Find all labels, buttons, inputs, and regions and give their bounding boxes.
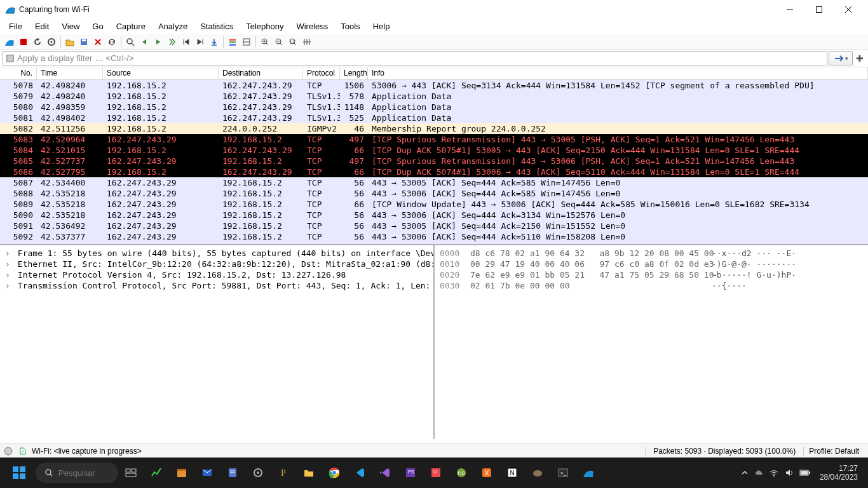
taskbar-app-visualstudio-icon[interactable] — [372, 460, 398, 485]
taskbar-app-explorer-icon[interactable] — [296, 460, 322, 485]
chevron-right-icon[interactable]: › — [5, 269, 13, 280]
system-tray[interactable]: 17:27 28/04/2023 — [741, 464, 862, 482]
taskbar-app-heidisql-icon[interactable]: HS — [449, 460, 474, 485]
packet-row[interactable]: 509342.625391162.247.243.29192.168.15.2T… — [0, 242, 868, 245]
reload-button[interactable] — [105, 35, 119, 49]
taskbar-app-xampp-icon[interactable]: X — [474, 460, 499, 485]
display-filter-input[interactable] — [3, 51, 827, 65]
menu-analyze[interactable]: Analyze — [152, 20, 194, 33]
menu-wireless[interactable]: Wireless — [290, 20, 334, 33]
packet-row[interactable]: 508942.535218162.247.243.29192.168.15.2T… — [0, 199, 868, 210]
menu-capture[interactable]: Capture — [110, 20, 152, 33]
column-header-length[interactable]: Length — [340, 67, 368, 79]
open-file-button[interactable] — [63, 35, 77, 49]
save-button[interactable] — [77, 35, 91, 49]
chevron-right-icon[interactable]: › — [5, 280, 13, 291]
restart-capture-button[interactable] — [31, 35, 44, 49]
column-header-protocol[interactable]: Protocol — [303, 67, 340, 79]
taskbar-app-terminal-icon[interactable]: >_ — [550, 460, 576, 485]
menu-help[interactable]: Help — [367, 20, 397, 33]
close-button[interactable] — [834, 0, 863, 19]
expert-info-icon[interactable] — [4, 447, 13, 456]
start-capture-button[interactable] — [3, 35, 17, 49]
maximize-button[interactable] — [804, 0, 834, 19]
tray-battery-icon[interactable] — [799, 469, 811, 477]
taskbar-app-vscode-icon[interactable] — [347, 460, 372, 485]
taskbar-app-intellij-icon[interactable]: IJ — [423, 460, 449, 485]
menu-go[interactable]: Go — [86, 20, 109, 33]
taskbar-app-p-icon[interactable]: P — [271, 460, 296, 485]
hex-row[interactable]: 0000d8 c6 78 02 a1 90 64 32 a8 9b 12 20 … — [440, 248, 863, 259]
colorize-button[interactable] — [226, 35, 240, 49]
zoom-reset-button[interactable]: 1:1 — [286, 35, 300, 49]
packet-row[interactable]: 508142.498402192.168.15.2162.247.243.29T… — [0, 112, 868, 123]
tray-clock[interactable]: 17:27 28/04/2023 — [816, 464, 862, 482]
taskbar-app-chrome-icon[interactable] — [322, 460, 347, 485]
packet-row[interactable]: 509042.535218162.247.243.29192.168.15.2T… — [0, 210, 868, 220]
resize-columns-button[interactable] — [300, 35, 314, 49]
packet-row[interactable]: 508042.498359192.168.15.2162.247.243.29T… — [0, 102, 868, 112]
column-header-no[interactable]: No. — [0, 67, 37, 79]
packet-row[interactable]: 507842.498240192.168.15.2162.247.243.29T… — [0, 80, 868, 91]
packet-row[interactable]: 509242.537377162.247.243.29192.168.15.2T… — [0, 231, 868, 242]
column-header-source[interactable]: Source — [103, 67, 219, 79]
auto-scroll-button[interactable] — [207, 35, 221, 49]
filter-add-button[interactable]: ✚ — [854, 51, 865, 65]
task-view-icon[interactable] — [118, 460, 144, 485]
taskbar-app-notion-icon[interactable]: N — [499, 460, 525, 485]
zoom-in-button[interactable] — [258, 35, 272, 49]
column-header-destination[interactable]: Destination — [219, 67, 303, 79]
packet-row[interactable]: 509142.536492162.247.243.29192.168.15.2T… — [0, 220, 868, 231]
taskbar-app-phpstorm-icon[interactable]: PS — [398, 460, 423, 485]
packet-row[interactable]: 508542.527737162.247.243.29192.168.15.2T… — [0, 156, 868, 166]
tray-onedrive-icon[interactable] — [754, 468, 764, 478]
packet-row[interactable]: 508842.535218162.247.243.29192.168.15.2T… — [0, 188, 868, 199]
menu-edit[interactable]: Edit — [29, 20, 55, 33]
stop-capture-button[interactable] — [17, 35, 31, 49]
menu-file[interactable]: File — [3, 20, 29, 33]
packet-list-pane[interactable]: No. Time Source Destination Protocol Len… — [0, 67, 868, 245]
show-packet-detail-button[interactable] — [240, 35, 254, 49]
zoom-out-button[interactable] — [272, 35, 286, 49]
taskbar-app-wireshark-icon[interactable] — [576, 460, 601, 485]
taskbar-app-settings-icon[interactable] — [245, 460, 271, 485]
packet-details-pane[interactable]: › Frame 1: 55 bytes on wire (440 bits), … — [0, 245, 435, 439]
chevron-right-icon[interactable]: › — [5, 248, 13, 259]
packet-row[interactable]: 508442.521015192.168.15.2162.247.243.29T… — [0, 145, 868, 156]
packet-row[interactable]: 508242.511256192.168.15.2224.0.0.252IGMP… — [0, 123, 868, 134]
hex-row[interactable]: 00207e 62 e9 e9 01 bb 05 21 47 a1 75 05 … — [440, 269, 863, 280]
packet-row[interactable]: 508742.534400162.247.243.29192.168.15.2T… — [0, 177, 868, 188]
taskbar-app-gimp-icon[interactable] — [525, 460, 550, 485]
go-to-packet-button[interactable] — [165, 35, 179, 49]
packet-row[interactable]: 508642.527795192.168.15.2162.247.243.29T… — [0, 166, 868, 177]
close-file-button[interactable] — [91, 35, 105, 49]
tree-item[interactable]: › Frame 1: 55 bytes on wire (440 bits), … — [5, 248, 428, 259]
tree-item[interactable]: › Internet Protocol Version 4, Src: 192.… — [5, 269, 428, 280]
tray-volume-icon[interactable] — [784, 468, 794, 478]
tree-item[interactable]: › Ethernet II, Src: IntelCor_9b:12:20 (6… — [5, 259, 428, 269]
minimize-button[interactable] — [775, 0, 804, 19]
go-forward-button[interactable] — [151, 35, 165, 49]
capture-options-button[interactable] — [44, 35, 58, 49]
tray-wifi-icon[interactable] — [769, 468, 779, 478]
taskbar-search-input[interactable] — [58, 468, 109, 478]
menu-statistics[interactable]: Statistics — [194, 20, 240, 33]
menu-telephony[interactable]: Telephony — [240, 20, 290, 33]
menu-view[interactable]: View — [55, 20, 86, 33]
go-back-button[interactable] — [137, 35, 151, 49]
go-last-button[interactable] — [193, 35, 207, 49]
taskbar-search[interactable] — [36, 463, 118, 483]
hex-row[interactable]: 001000 29 47 19 40 00 40 06 97 c6 c0 a8 … — [440, 259, 863, 269]
start-button[interactable] — [6, 460, 32, 485]
tree-item[interactable]: › Transmission Control Protocol, Src Por… — [5, 280, 428, 291]
hex-row[interactable]: 003002 01 7b 0e 00 00 00··{···· — [440, 280, 863, 291]
capture-file-properties-icon[interactable] — [18, 447, 27, 456]
column-header-time[interactable]: Time — [37, 67, 103, 79]
taskbar-app-mail-icon[interactable] — [194, 460, 220, 485]
column-header-info[interactable]: Info — [368, 67, 868, 79]
tray-chevron-icon[interactable] — [741, 469, 749, 477]
packet-list-header[interactable]: No. Time Source Destination Protocol Len… — [0, 67, 868, 80]
taskbar-app-notes-icon[interactable] — [220, 460, 245, 485]
filter-apply-button[interactable]: ▾ — [829, 51, 853, 65]
packet-row[interactable]: 507942.498240192.168.15.2162.247.243.29T… — [0, 91, 868, 102]
